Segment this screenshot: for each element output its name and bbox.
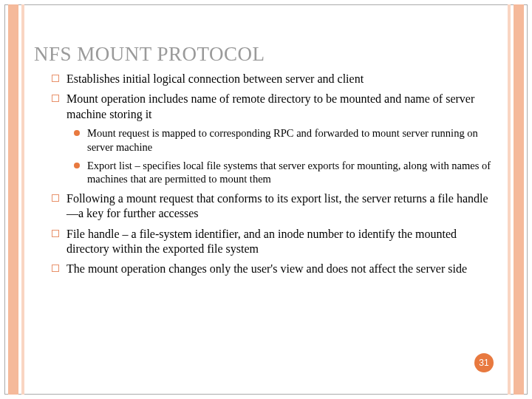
sub-bullet-list: Mount request is mapped to corresponding… xyxy=(87,126,497,185)
list-item: Mount operation includes name of remote … xyxy=(66,92,497,185)
list-item: Establishes initial logical connection b… xyxy=(66,72,497,86)
right-accent-stripe xyxy=(514,4,524,395)
left-accent-stripe xyxy=(8,4,18,395)
left-accent-stripe-thin xyxy=(21,4,24,395)
bullet-list: Establishes initial logical connection b… xyxy=(66,72,497,277)
right-accent-stripe-thin xyxy=(508,4,511,395)
list-item: Following a mount request that conforms … xyxy=(66,191,497,222)
list-item: The mount operation changes only the use… xyxy=(66,262,497,276)
page-number: 31 xyxy=(479,358,488,368)
list-item: Export list – specifies local file syste… xyxy=(87,159,497,186)
list-item-text: Mount operation includes name of remote … xyxy=(66,92,474,120)
slide-title: NFS MOUNT PROTOCOL xyxy=(34,43,497,66)
list-item: Mount request is mapped to corresponding… xyxy=(87,126,497,154)
slide-content: NFS MOUNT PROTOCOL Establishes initial l… xyxy=(35,43,497,282)
page-number-badge: 31 xyxy=(474,353,494,372)
list-item: File handle – a file-system identifier, … xyxy=(66,227,497,257)
